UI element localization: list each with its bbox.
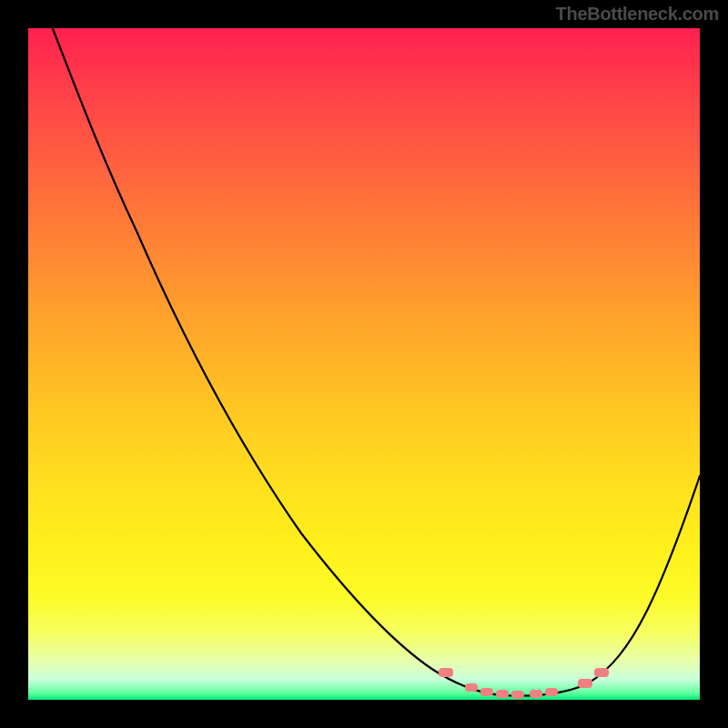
svg-rect-5 bbox=[530, 690, 542, 698]
svg-rect-6 bbox=[545, 688, 558, 696]
bottleneck-curve bbox=[52, 26, 700, 696]
svg-rect-7 bbox=[578, 679, 592, 688]
attribution-label: TheBottleneck.com bbox=[556, 4, 719, 25]
svg-rect-0 bbox=[439, 668, 453, 677]
svg-rect-4 bbox=[511, 691, 524, 699]
chart-container: TheBottleneck.com bbox=[0, 0, 728, 728]
chart-overlay bbox=[28, 28, 700, 700]
plot-area bbox=[28, 28, 700, 700]
svg-rect-1 bbox=[465, 683, 478, 692]
svg-rect-8 bbox=[594, 668, 609, 677]
svg-rect-2 bbox=[480, 688, 493, 696]
svg-rect-3 bbox=[496, 690, 509, 698]
curve-markers bbox=[439, 668, 609, 699]
